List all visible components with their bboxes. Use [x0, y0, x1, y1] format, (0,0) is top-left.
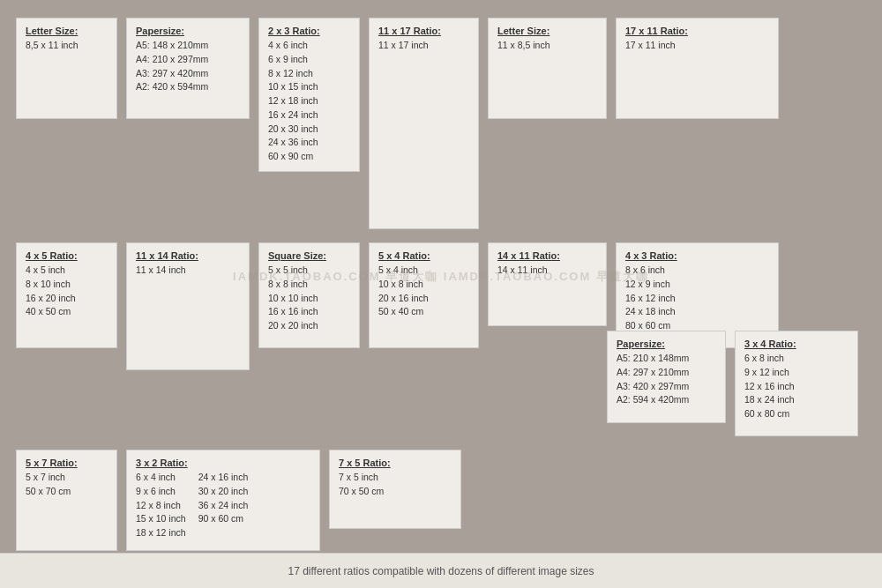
card-papersize-landscape-content: A5: 210 x 148mm A4: 297 x 210mm A3: 420 … [617, 352, 716, 407]
card-ratio-14x11: 14 x 11 Ratio: 14 x 11 inch [488, 242, 607, 326]
card-letter-landscape-content: 11 x 8,5 inch [497, 39, 597, 53]
card-ratio-4x5-content: 4 x 5 inch 8 x 10 inch 16 x 20 inch 40 x… [26, 264, 108, 319]
card-letter-landscape: Letter Size: 11 x 8,5 inch [488, 18, 607, 119]
card-ratio-5x4-title: 5 x 4 Ratio: [378, 250, 469, 261]
card-ratio-4x3-content: 8 x 6 inch 12 x 9 inch 16 x 12 inch 24 x… [625, 264, 769, 333]
row-1: Letter Size: 8,5 x 11 inch Papersize: A5… [16, 18, 866, 229]
card-ratio-3x2: 3 x 2 Ratio: 6 x 4 inch 9 x 6 inch 12 x … [126, 450, 320, 551]
card-ratio-3x2-title: 3 x 2 Ratio: [136, 458, 310, 468]
card-ratio-5x7: 5 x 7 Ratio: 5 x 7 inch 50 x 70 cm [16, 450, 117, 551]
card-square-size: Square Size: 5 x 5 inch 8 x 8 inch 10 x … [258, 242, 360, 348]
card-ratio-11x17: 11 x 17 Ratio: 11 x 17 inch [369, 18, 479, 229]
card-papersize-portrait-content: A5: 148 x 210mm A4: 210 x 297mm A3: 297 … [136, 39, 240, 94]
card-ratio-2x3-content: 4 x 6 inch 6 x 9 inch 8 x 12 inch 10 x 1… [268, 39, 350, 164]
card-square-size-title: Square Size: [268, 250, 350, 261]
card-square-size-content: 5 x 5 inch 8 x 8 inch 10 x 10 inch 16 x … [268, 264, 350, 333]
card-ratio-4x5: 4 x 5 Ratio: 4 x 5 inch 8 x 10 inch 16 x… [16, 242, 117, 348]
card-ratio-17x11-title: 17 x 11 Ratio: [625, 26, 769, 36]
card-ratio-4x5-title: 4 x 5 Ratio: [26, 250, 108, 261]
card-ratio-5x4-content: 5 x 4 inch 10 x 8 inch 20 x 16 inch 50 x… [378, 264, 469, 319]
card-ratio-3x2-content: 6 x 4 inch 9 x 6 inch 12 x 8 inch 15 x 1… [136, 471, 310, 540]
card-ratio-14x11-title: 14 x 11 Ratio: [497, 250, 597, 261]
card-ratio-2x3: 2 x 3 Ratio: 4 x 6 inch 6 x 9 inch 8 x 1… [258, 18, 360, 172]
card-letter-portrait-title: Letter Size: [26, 26, 108, 36]
card-ratio-5x7-title: 5 x 7 Ratio: [26, 458, 108, 468]
card-ratio-14x11-content: 14 x 11 inch [497, 264, 597, 278]
card-ratio-17x11-content: 17 x 11 inch [625, 39, 769, 53]
card-letter-portrait-content: 8,5 x 11 inch [26, 39, 108, 53]
card-ratio-5x4: 5 x 4 Ratio: 5 x 4 inch 10 x 8 inch 20 x… [369, 242, 479, 348]
card-ratio-5x7-content: 5 x 7 inch 50 x 70 cm [26, 471, 108, 499]
card-letter-portrait: Letter Size: 8,5 x 11 inch [16, 18, 117, 119]
card-ratio-11x14-content: 11 x 14 inch [136, 264, 240, 278]
card-papersize-landscape: Papersize: A5: 210 x 148mm A4: 297 x 210… [607, 331, 726, 423]
card-papersize-portrait-title: Papersize: [136, 26, 240, 36]
card-ratio-11x14: 11 x 14 Ratio: 11 x 14 inch [126, 242, 250, 370]
card-ratio-7x5-content: 7 x 5 inch 70 x 50 cm [339, 471, 452, 499]
footer-text: 17 different ratios compatible with doze… [288, 565, 594, 577]
card-papersize-landscape-title: Papersize: [617, 339, 716, 349]
card-ratio-3x4-content: 6 x 8 inch 9 x 12 inch 12 x 16 inch 18 x… [744, 352, 848, 421]
card-ratio-7x5: 7 x 5 Ratio: 7 x 5 inch 70 x 50 cm [329, 450, 461, 529]
footer: 17 different ratios compatible with doze… [0, 553, 882, 588]
card-ratio-7x5-title: 7 x 5 Ratio: [339, 458, 452, 468]
card-ratio-17x11: 17 x 11 Ratio: 17 x 11 inch [616, 18, 779, 119]
card-ratio-2x3-title: 2 x 3 Ratio: [268, 26, 350, 36]
card-ratio-11x14-title: 11 x 14 Ratio: [136, 250, 240, 261]
card-papersize-portrait: Papersize: A5: 148 x 210mm A4: 210 x 297… [126, 18, 250, 119]
card-ratio-4x3-title: 4 x 3 Ratio: [625, 250, 769, 261]
card-ratio-3x4-title: 3 x 4 Ratio: [744, 339, 848, 349]
card-ratio-11x17-content: 11 x 17 inch [378, 39, 469, 53]
row-3: 5 x 7 Ratio: 5 x 7 inch 50 x 70 cm 3 x 2… [16, 450, 866, 551]
card-ratio-11x17-title: 11 x 17 Ratio: [378, 26, 469, 36]
main-area: Letter Size: 8,5 x 11 inch Papersize: A5… [0, 0, 882, 553]
row-2b: Papersize: A5: 210 x 148mm A4: 297 x 210… [607, 331, 866, 436]
card-ratio-3x4: 3 x 4 Ratio: 6 x 8 inch 9 x 12 inch 12 x… [735, 331, 858, 436]
card-letter-landscape-title: Letter Size: [497, 26, 597, 36]
